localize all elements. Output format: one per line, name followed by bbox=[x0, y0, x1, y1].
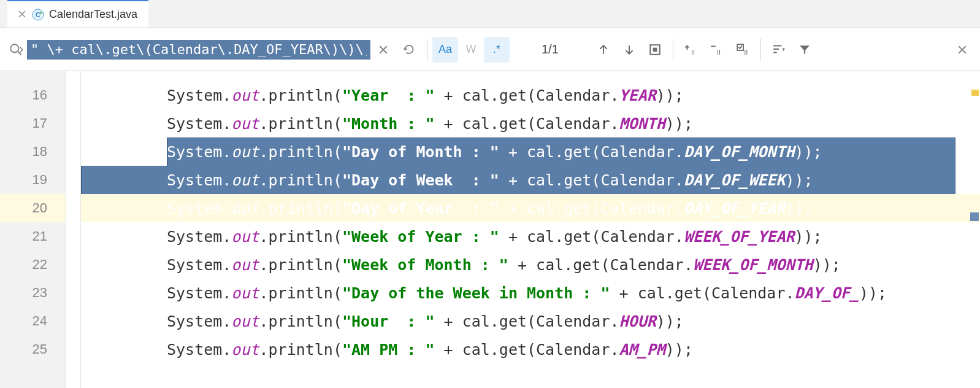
code-line[interactable]: System.out.println("Month : " + cal.get(… bbox=[81, 109, 980, 138]
line-number[interactable]: 23 bbox=[0, 279, 66, 307]
line-number[interactable]: 24 bbox=[0, 307, 66, 335]
svg-rect-5 bbox=[653, 47, 657, 52]
line-number[interactable]: 16 bbox=[0, 81, 66, 109]
match-case-toggle[interactable]: Aa bbox=[432, 37, 458, 63]
line-number[interactable]: 19 bbox=[0, 166, 66, 194]
svg-text:II: II bbox=[744, 48, 748, 55]
add-selection-icon[interactable]: II bbox=[678, 37, 704, 63]
prev-match-icon[interactable] bbox=[591, 37, 616, 63]
regex-toggle[interactable]: .* bbox=[484, 37, 510, 63]
line-number-gutter: 16171819202122232425 bbox=[0, 71, 66, 388]
code-line[interactable]: System.out.println("Day of Week : " + ca… bbox=[81, 166, 980, 194]
select-all-occurrences-icon[interactable] bbox=[642, 37, 668, 63]
line-number[interactable]: 25 bbox=[0, 335, 66, 363]
selection-marker[interactable] bbox=[970, 212, 979, 221]
code-line[interactable]: System.out.println("Week of Year : " + c… bbox=[81, 222, 980, 250]
find-input[interactable] bbox=[27, 40, 370, 60]
java-file-icon: C bbox=[32, 9, 44, 21]
close-find-bar-icon[interactable] bbox=[949, 37, 975, 63]
fold-strip bbox=[66, 71, 81, 388]
tab-filename: CalendarTest.java bbox=[49, 8, 137, 21]
code-line[interactable]: System.out.println("Day of Month : " + c… bbox=[81, 138, 980, 166]
code-line[interactable]: System.out.println("Day of the Week in M… bbox=[81, 279, 980, 307]
editor-tab[interactable]: C CalendarTest.java bbox=[7, 0, 148, 28]
code-line[interactable]: System.out.println("Hour : " + cal.get(C… bbox=[81, 307, 980, 335]
remove-selection-icon[interactable]: II bbox=[704, 37, 730, 63]
code-line[interactable]: System.out.println("Year : " + cal.get(C… bbox=[81, 81, 980, 109]
clear-search-icon[interactable] bbox=[370, 37, 396, 63]
svg-text:II: II bbox=[717, 48, 721, 55]
filter-lines-icon[interactable] bbox=[766, 37, 792, 63]
whole-words-toggle[interactable]: W bbox=[458, 37, 484, 63]
line-number[interactable]: 21 bbox=[0, 222, 66, 250]
find-toolbar: Aa W .* 1/1 II II II bbox=[0, 28, 980, 71]
svg-text:C: C bbox=[36, 11, 40, 18]
warning-marker[interactable] bbox=[971, 90, 979, 96]
close-tab-icon[interactable] bbox=[18, 10, 27, 19]
error-stripe[interactable] bbox=[969, 71, 980, 388]
next-match-icon[interactable] bbox=[616, 37, 642, 63]
match-count: 1/1 bbox=[510, 42, 591, 56]
editor-area: 16171819202122232425 System.out.println(… bbox=[0, 71, 980, 388]
line-number[interactable]: 17 bbox=[0, 109, 66, 138]
search-history-icon[interactable] bbox=[396, 37, 422, 63]
search-icon[interactable] bbox=[5, 43, 27, 56]
code-line[interactable]: System.out.println("Week of Month : " + … bbox=[81, 250, 980, 279]
code-line[interactable]: System.out.println("Day of Year : " + ca… bbox=[81, 194, 980, 222]
filter-icon[interactable] bbox=[792, 37, 817, 63]
svg-text:II: II bbox=[691, 48, 695, 55]
select-all-icon[interactable]: II bbox=[730, 37, 756, 63]
line-number[interactable]: 22 bbox=[0, 250, 66, 279]
svg-point-2 bbox=[10, 44, 18, 52]
line-number[interactable]: 18 bbox=[0, 138, 66, 166]
code-line[interactable]: System.out.println("AM PM : " + cal.get(… bbox=[81, 335, 980, 363]
code-content[interactable]: System.out.println("Year : " + cal.get(C… bbox=[81, 71, 980, 388]
tab-bar: C CalendarTest.java bbox=[0, 0, 980, 28]
line-number[interactable]: 20 bbox=[0, 194, 66, 222]
